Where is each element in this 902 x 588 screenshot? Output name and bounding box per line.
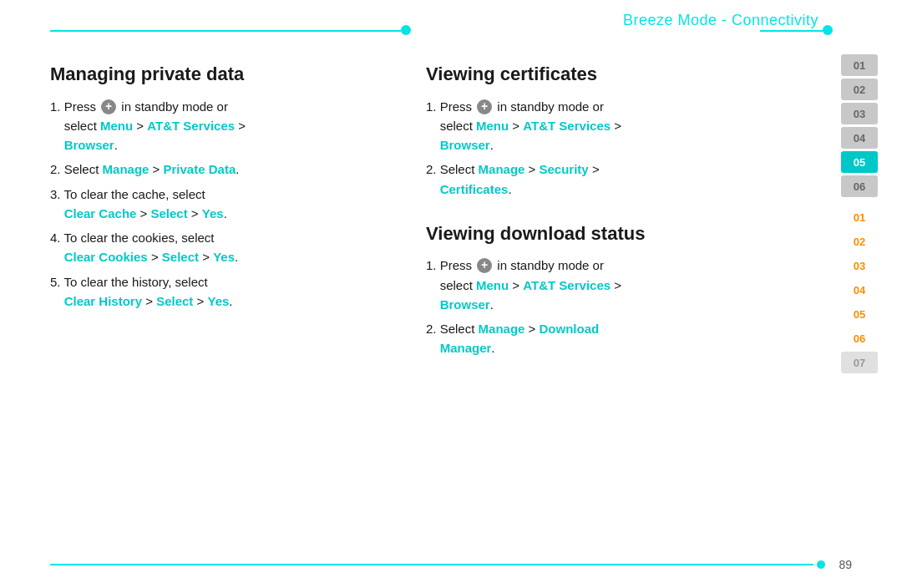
header-title: Breeze Mode - Connectivity (623, 12, 818, 29)
sidebar-item-01-orange[interactable]: 01 (841, 206, 878, 228)
sidebar-group-2: 01 02 03 04 05 06 07 (841, 206, 887, 373)
standby-button-icon-2 (477, 99, 492, 114)
right-column: Viewing certificates 1. Press in standby… (426, 54, 768, 538)
bottom-line (50, 564, 813, 565)
sidebar-item-05-active[interactable]: 05 (841, 151, 878, 173)
managing-private-data-steps: 1. Press in standby mode or select Menu … (50, 97, 393, 312)
page-number: 89 (839, 558, 852, 571)
bottom-bar: 89 (50, 558, 852, 571)
sidebar-item-03-gray[interactable]: 03 (841, 103, 878, 124)
top-line-right (760, 30, 827, 32)
step-4: 4. To clear the cookies, select Clear Co… (50, 228, 393, 267)
sidebar-group-1: 01 02 03 04 05 06 (841, 54, 887, 197)
standby-button-icon-3 (477, 258, 492, 273)
sidebar-item-04-orange[interactable]: 04 (841, 279, 878, 301)
sidebar-item-02-orange[interactable]: 02 (841, 231, 878, 252)
sidebar-item-05-orange[interactable]: 05 (841, 303, 878, 325)
sidebar-item-06-orange[interactable]: 06 (841, 327, 878, 349)
viewing-certificates-steps: 1. Press in standby mode or select Menu … (426, 97, 768, 199)
main-content: Managing private data 1. Press in standb… (50, 54, 768, 538)
sidebar-item-01-gray[interactable]: 01 (841, 54, 878, 76)
cert-step-2: 2. Select Manage > Security > Certificat… (426, 160, 768, 199)
sidebar-nav: 01 02 03 04 05 06 01 02 03 04 05 06 07 (841, 54, 887, 380)
sidebar-item-04-gray[interactable]: 04 (841, 127, 878, 149)
step-1: 1. Press in standby mode or select Menu … (50, 97, 393, 155)
viewing-download-status-title: Viewing download status (426, 222, 768, 246)
bottom-dot (817, 560, 825, 569)
sidebar-item-03-orange[interactable]: 03 (841, 255, 878, 276)
sidebar-item-06-gray[interactable]: 06 (841, 175, 878, 197)
step-5: 5. To clear the history, select Clear Hi… (50, 272, 393, 312)
sidebar-item-02-gray[interactable]: 02 (841, 79, 878, 100)
viewing-download-status-steps: 1. Press in standby mode or select Menu … (426, 256, 768, 357)
top-line-left (50, 30, 401, 32)
left-column: Managing private data 1. Press in standb… (50, 54, 393, 538)
step-3: 3. To clear the cache, select Clear Cach… (50, 185, 393, 224)
standby-button-icon-1 (101, 99, 116, 114)
dl-step-2: 2. Select Manage > Download Manager. (426, 319, 768, 358)
managing-private-data-title: Managing private data (50, 63, 393, 87)
cert-step-1: 1. Press in standby mode or select Menu … (426, 97, 768, 155)
dl-step-1: 1. Press in standby mode or select Menu … (426, 256, 768, 314)
step-2: 2. Select Manage > Private Data. (50, 160, 393, 179)
viewing-certificates-title: Viewing certificates (426, 63, 768, 87)
sidebar-item-07-light[interactable]: 07 (841, 352, 878, 373)
top-dot-left (401, 25, 411, 35)
